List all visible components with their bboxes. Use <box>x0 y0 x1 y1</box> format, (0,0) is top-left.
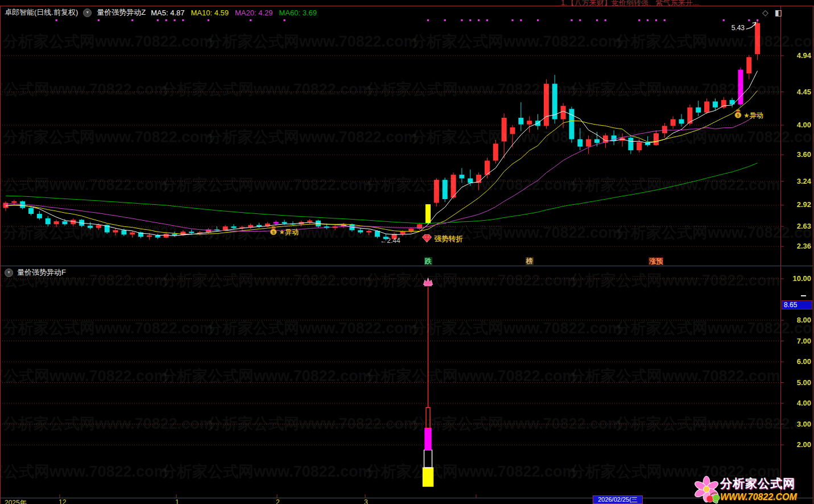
value-axis-label: 2.00 <box>783 440 811 449</box>
main-panel-header: 卓郎智能(日线.前复权) ▾ 量价强势异动Z MA5: 4.87MA10: 4.… <box>5 7 317 18</box>
time-axis-label: 2 <box>276 498 280 504</box>
sub-panel-header: ▾ 量价强势异动F <box>5 267 66 278</box>
value-axis-label: 7.00 <box>783 337 811 345</box>
price-axis-label: 4.94 <box>783 51 811 60</box>
latest-value-badge: 8.65 <box>782 300 812 309</box>
cherries-icon <box>705 491 720 504</box>
main-indicator-name[interactable]: 量价强势异动Z <box>97 7 146 18</box>
time-axis-label: 2025年 <box>5 498 27 504</box>
price-axis-label: 4.45 <box>783 88 811 96</box>
price-axis-label: 2.63 <box>783 222 811 230</box>
value-axis-label: 5.00 <box>783 378 811 387</box>
annotation-label: 5.43 <box>732 24 745 32</box>
time-axis-label: 3 <box>364 498 368 504</box>
logo-site-url: WWW.70822.COM <box>720 492 797 502</box>
annotation-label: ←2.44 <box>380 237 400 245</box>
price-axis-label: 2.36 <box>783 242 811 250</box>
split-view-icon[interactable]: ◧ <box>775 8 782 17</box>
price-axis-label: 3.60 <box>783 150 811 159</box>
main-chart-canvas[interactable] <box>2 18 780 259</box>
event-marker-涨预[interactable]: 涨预 <box>648 257 663 265</box>
value-axis-label: 10.00 <box>783 274 811 283</box>
annotation-label: ★异动 <box>743 111 763 121</box>
event-marker-跌[interactable]: 跌 <box>424 257 432 265</box>
site-logo: 分析家公式网 WWW.70822.COM <box>693 474 814 504</box>
annotation-label: ★异动 <box>279 228 299 237</box>
time-axis-label: 12 <box>59 498 66 504</box>
annotation-label: 强势转折 <box>435 234 463 244</box>
ma-values: MA5: 4.87MA10: 4.59MA20: 4.29MA60: 3.69 <box>151 9 317 17</box>
sub-indicator-name[interactable]: 量价强势异动F <box>17 267 66 278</box>
chevron-down-icon[interactable]: ▾ <box>83 9 92 17</box>
sub-chart-canvas[interactable] <box>2 266 780 498</box>
ma-label: MA5: 4.87 <box>151 9 184 17</box>
stock-label: 卓郎智能(日线.前复权) <box>5 7 78 18</box>
value-axis-label: 8.00 <box>783 316 811 324</box>
ma-label: MA10: 4.59 <box>191 9 229 17</box>
value-axis-label: 4.00 <box>783 399 811 407</box>
event-marker-榜[interactable]: 榜 <box>526 257 534 265</box>
time-axis-label: 1 <box>175 498 179 504</box>
value-axis-label: 3.00 <box>783 420 811 428</box>
price-axis-label: 3.24 <box>783 177 811 185</box>
value-axis-label: 6.00 <box>783 357 811 366</box>
chevron-down-icon[interactable]: ▾ <box>5 268 13 277</box>
price-axis-label: 2.92 <box>783 200 811 209</box>
price-axis-label: 4.00 <box>783 121 811 129</box>
current-value-tick <box>801 295 806 296</box>
logo-site-name: 分析家公式网 <box>720 476 797 491</box>
chart-canvas[interactable]: $$ <box>0 0 814 504</box>
diamond-icon[interactable]: ◇ <box>762 8 768 17</box>
ma-label: MA60: 3.69 <box>279 9 317 17</box>
ma-label: MA20: 4.29 <box>235 9 273 17</box>
date-box: 2026/02/25(三 <box>593 495 643 504</box>
